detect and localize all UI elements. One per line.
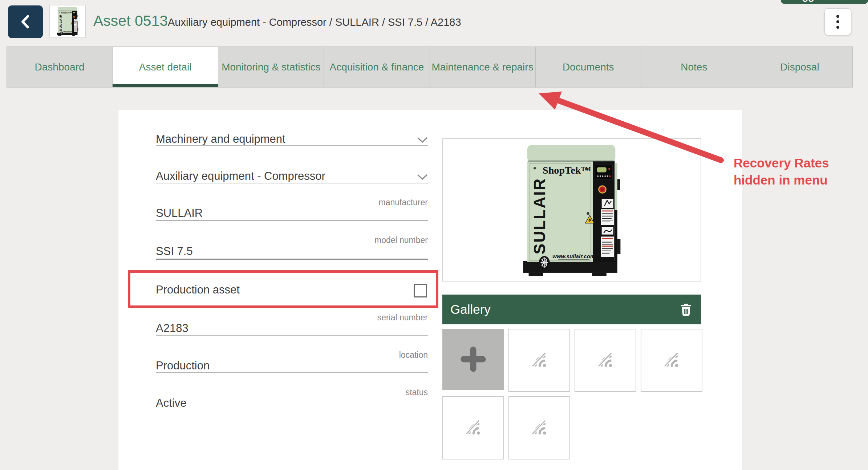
chevron-down-icon[interactable] <box>417 137 428 143</box>
tab-label: Disposal <box>780 61 819 73</box>
annotation-line-2: hidden in menu <box>734 171 829 189</box>
annotation-text: Recovery Rates hidden in menu <box>734 154 829 189</box>
tab-disposal[interactable]: Disposal <box>747 46 853 88</box>
tab-bar: DashboardAsset detailMonitoring & statis… <box>7 46 853 88</box>
tab-label: Acquisition & finance <box>329 61 424 73</box>
gallery-empty-tile[interactable] <box>641 329 702 392</box>
gallery-grid <box>442 329 707 459</box>
asset-photo[interactable] <box>442 138 701 281</box>
asset-thumbnail-image <box>52 7 84 36</box>
image-unavailable-icon <box>528 349 550 371</box>
page-subtitle: Auxiliary equipment - Compressor / SULLA… <box>168 16 461 29</box>
page-title: Asset 0513 <box>93 12 168 29</box>
tab-dashboard[interactable]: Dashboard <box>7 46 113 88</box>
production-asset-checkbox[interactable] <box>414 284 427 297</box>
location-label: location <box>156 350 428 360</box>
annotation-line-1: Recovery Rates <box>734 154 829 171</box>
gallery-header: Gallery <box>442 295 701 324</box>
production-asset-label: Production asset <box>156 283 240 296</box>
serial-number-field[interactable]: A2183 <box>156 322 428 335</box>
tab-label: Documents <box>563 61 614 73</box>
image-unavailable-icon <box>528 417 550 439</box>
chevron-down-icon[interactable] <box>417 174 428 180</box>
location-field[interactable]: Production <box>156 359 428 372</box>
status-label: status <box>156 388 428 397</box>
tab-label: Maintenance & repairs <box>431 61 533 73</box>
chevron-left-icon <box>19 14 32 30</box>
tab-notes[interactable]: Notes <box>641 46 747 88</box>
sullair-compressor-image <box>509 142 634 278</box>
gallery-empty-tile[interactable] <box>575 329 636 392</box>
manufacturer-label: manufacturer <box>156 198 428 207</box>
gallery-empty-tile[interactable] <box>508 329 570 392</box>
gallery-add-tile[interactable] <box>442 329 504 390</box>
image-unavailable-icon <box>462 417 484 439</box>
subcategory-select[interactable]: Auxiliary equipment - Compressor <box>156 170 428 183</box>
image-unavailable-icon <box>595 349 616 371</box>
tab-label: Notes <box>681 61 707 73</box>
tab-acquisition-finance[interactable]: Acquisition & finance <box>324 46 430 88</box>
more-options-button[interactable] <box>824 8 851 35</box>
tab-documents[interactable]: Documents <box>535 46 641 88</box>
partial-green-button[interactable]: oo <box>781 0 868 4</box>
trash-icon[interactable] <box>679 302 693 317</box>
gallery-title: Gallery <box>450 302 491 317</box>
asset-detail-screen: ShopTek™ SULLAIR www.sullair.com <box>0 0 868 470</box>
field-underline <box>156 372 428 373</box>
status-field[interactable]: Active <box>156 397 428 410</box>
tab-maintenance-repairs[interactable]: Maintenance & repairs <box>430 46 536 88</box>
gallery-empty-tile[interactable] <box>442 396 504 459</box>
category-select[interactable]: Machinery and equipment <box>156 133 428 146</box>
manufacturer-field[interactable]: SULLAIR <box>156 207 428 220</box>
model-number-label: model number <box>156 235 428 245</box>
tab-label: Asset detail <box>139 61 192 73</box>
field-underline <box>156 335 428 336</box>
tab-asset-detail[interactable]: Asset detail <box>112 46 218 88</box>
image-unavailable-icon <box>661 349 682 371</box>
gallery-empty-tile[interactable] <box>508 396 570 459</box>
field-underline <box>156 145 428 146</box>
back-button[interactable] <box>8 5 43 38</box>
field-underline <box>156 183 428 183</box>
plus-icon <box>460 346 487 373</box>
tab-label: Dashboard <box>35 61 85 73</box>
tab-monitoring-statistics[interactable]: Monitoring & statistics <box>218 46 324 88</box>
field-underline <box>156 259 428 260</box>
serial-number-label: serial number <box>156 313 428 323</box>
asset-detail-card: Machinery and equipment Auxiliary equipm… <box>118 110 742 470</box>
model-number-field[interactable]: SSI 7.5 <box>156 245 428 258</box>
asset-thumbnail[interactable] <box>49 5 86 38</box>
partial-green-button-label: oo <box>802 0 814 4</box>
field-underline <box>156 220 428 221</box>
kebab-menu-icon <box>836 15 839 29</box>
tab-label: Monitoring & statistics <box>222 61 320 73</box>
